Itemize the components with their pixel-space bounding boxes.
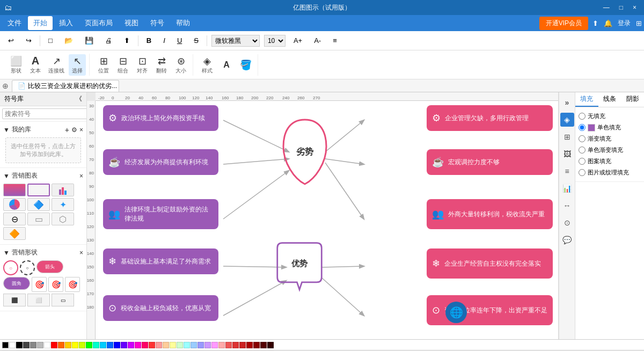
font-decrease-btn[interactable]: A- — [310, 35, 325, 46]
fill-none-opt[interactable]: 无填充 — [579, 111, 641, 122]
fill-color-btn[interactable]: 🪣 — [237, 58, 254, 72]
color-swatch-white[interactable] — [9, 342, 16, 348]
color-swatch-27[interactable] — [204, 342, 211, 348]
underline-btn[interactable]: U — [173, 35, 186, 46]
color-swatch-14[interactable] — [114, 342, 120, 348]
maximize-btn[interactable]: □ — [616, 4, 626, 11]
fill-pattern-radio[interactable] — [579, 158, 586, 165]
marketing-charts-header[interactable]: ▼ 营销图表 × — [3, 170, 83, 181]
export-btn[interactable]: ⬆ — [120, 35, 134, 46]
fill-solid-radio[interactable] — [579, 124, 586, 131]
redo-btn[interactable]: ↪ — [22, 35, 35, 46]
undo-btn[interactable]: ↩ — [4, 35, 18, 46]
canvas-area[interactable]: -20 0 20 40 60 80 100 120 140 160 180 20… — [87, 92, 558, 339]
align-panel-btn[interactable]: ⊙ — [560, 216, 574, 230]
position-btn[interactable]: ⊞ 位置 — [95, 54, 112, 76]
right-box-1[interactable]: ⚙ 企业管理欠缺，多用行政管理 — [427, 105, 553, 131]
expand-btn[interactable]: » — [560, 96, 574, 109]
bell-icon[interactable]: 🔔 — [604, 19, 612, 27]
color-swatch-34[interactable] — [253, 342, 260, 348]
globe-btn[interactable]: 🌐 — [445, 302, 467, 323]
bold-btn[interactable]: B — [143, 35, 155, 46]
color-swatch-11[interactable] — [93, 342, 99, 348]
size-btn[interactable]: ⊛ 大小 — [172, 54, 189, 76]
comment-panel-btn[interactable]: 💬 — [560, 233, 574, 247]
fill-pattern-opt[interactable]: 图案填充 — [579, 156, 641, 167]
chart-thumb-7[interactable]: ⊖ — [3, 213, 26, 225]
color-swatch-28[interactable] — [211, 342, 218, 348]
color-swatch-16[interactable] — [128, 342, 134, 348]
color-swatch-26[interactable] — [197, 342, 204, 348]
menu-insert[interactable]: 插入 — [54, 16, 78, 30]
fill-image-opt[interactable]: 图片或纹理填充 — [579, 167, 641, 178]
color-swatch-0[interactable] — [16, 342, 23, 348]
my-lib-close-btn[interactable]: × — [79, 126, 83, 134]
font-family-select[interactable]: 微软雅黑 — [211, 35, 260, 47]
color-swatch-1[interactable] — [23, 342, 30, 348]
chart-thumb-1[interactable] — [3, 184, 26, 196]
login-label[interactable]: 登录 — [618, 19, 631, 28]
right-box-4[interactable]: ❄ 企业生产经营自主权没有完全落实 — [427, 248, 553, 279]
canvas-content[interactable]: ⚙ 政治环境上简化外商投资手续 ☕ 经济发展为外商提供有利环境 👥 法律环境上制… — [96, 101, 558, 339]
objects-panel-btn[interactable]: ⊞ — [560, 130, 574, 144]
font-increase-btn[interactable]: A+ — [290, 35, 306, 46]
color-swatch-36[interactable] — [267, 342, 274, 348]
color-swatch-29[interactable] — [218, 342, 225, 348]
fill-panel-btn[interactable]: ◈ — [560, 113, 574, 127]
color-swatch-13[interactable] — [107, 342, 113, 348]
new-btn[interactable]: □ — [45, 35, 56, 46]
shape-thumb-4[interactable]: 圆角 — [3, 277, 30, 290]
color-swatch-19[interactable] — [149, 342, 155, 348]
youshi-shape[interactable]: 优势 — [273, 240, 326, 299]
line-tab[interactable]: 线条 — [598, 92, 621, 107]
window-controls[interactable]: — □ × — [600, 4, 640, 11]
my-lib-settings-btn[interactable]: ⚙ — [71, 126, 77, 134]
left-box-3[interactable]: 👥 法律环境上制定鼓励外资的法律法规 — [103, 199, 218, 229]
left-box-5[interactable]: ⊙ 税收金融上税负减轻，优惠从宽 — [103, 295, 218, 321]
image-panel-btn[interactable]: 🖼 — [560, 147, 574, 161]
color-swatch-4[interactable] — [44, 342, 50, 348]
color-swatch-30[interactable] — [225, 342, 232, 348]
shape-thumb-7[interactable]: 🎯 — [65, 277, 80, 292]
strikethrough-btn[interactable]: S — [190, 35, 202, 46]
color-swatch-20[interactable] — [156, 342, 162, 348]
color-swatch-21[interactable] — [163, 342, 169, 348]
color-swatch-5[interactable] — [51, 342, 57, 348]
connector-tool-btn[interactable]: ↗ 连接线 — [46, 54, 67, 76]
chart-thumb-8[interactable]: ▭ — [27, 213, 50, 225]
text-tool-btn[interactable]: A 文本 — [27, 54, 44, 76]
new-tab-btn[interactable]: ⊕ — [2, 82, 9, 90]
shape-thumb-9[interactable]: ⬜ — [27, 294, 50, 306]
left-box-4[interactable]: ❄ 基础设施上基本满足了外商需求 — [103, 248, 218, 274]
chart-thumb-5[interactable]: 🔷 — [27, 198, 50, 211]
color-swatch-18[interactable] — [142, 342, 148, 348]
chart-thumb-6[interactable]: ✦ — [52, 198, 74, 211]
color-swatch-10[interactable] — [86, 342, 92, 348]
symbol-search-input[interactable] — [2, 108, 87, 119]
shadow-tab[interactable]: 阴影 — [621, 92, 644, 107]
chart-thumb-4[interactable] — [3, 198, 26, 211]
italic-btn[interactable]: I — [159, 35, 169, 46]
color-swatch-3[interactable] — [37, 342, 43, 348]
fill-none-radio[interactable] — [579, 113, 586, 120]
fill-single-gradient-opt[interactable]: 单色渐变填充 — [579, 144, 641, 156]
color-swatch-8[interactable] — [72, 342, 78, 348]
shape-thumb-5[interactable]: 🎯 — [32, 277, 47, 292]
marketing-shapes-header[interactable]: ▼ 营销形状 × — [3, 247, 83, 258]
shape-thumb-10[interactable]: ▭ — [52, 294, 74, 306]
menu-view[interactable]: 视图 — [119, 16, 144, 30]
shape-thumb-6[interactable]: 🎯 — [48, 277, 63, 292]
select-tool-btn[interactable]: ↖ 选择 — [69, 54, 86, 76]
fill-tab[interactable]: 填充 — [575, 92, 598, 107]
chart-thumb-2[interactable] — [27, 184, 50, 196]
color-swatch-31[interactable] — [232, 342, 239, 348]
chart-thumb-10[interactable]: 🔶 — [3, 227, 26, 240]
font-size-select[interactable]: 10 — [264, 35, 286, 47]
flip-btn[interactable]: ⇄ 翻转 — [153, 54, 170, 76]
color-swatch-22[interactable] — [170, 342, 176, 348]
my-lib-header[interactable]: ▼ 我的库 + ⚙ × — [3, 124, 83, 135]
my-lib-add-btn[interactable]: + — [65, 126, 69, 134]
color-swatch-7[interactable] — [65, 342, 71, 348]
chart-thumb-3[interactable] — [52, 184, 74, 196]
upload-icon[interactable]: ⬆ — [592, 19, 598, 27]
